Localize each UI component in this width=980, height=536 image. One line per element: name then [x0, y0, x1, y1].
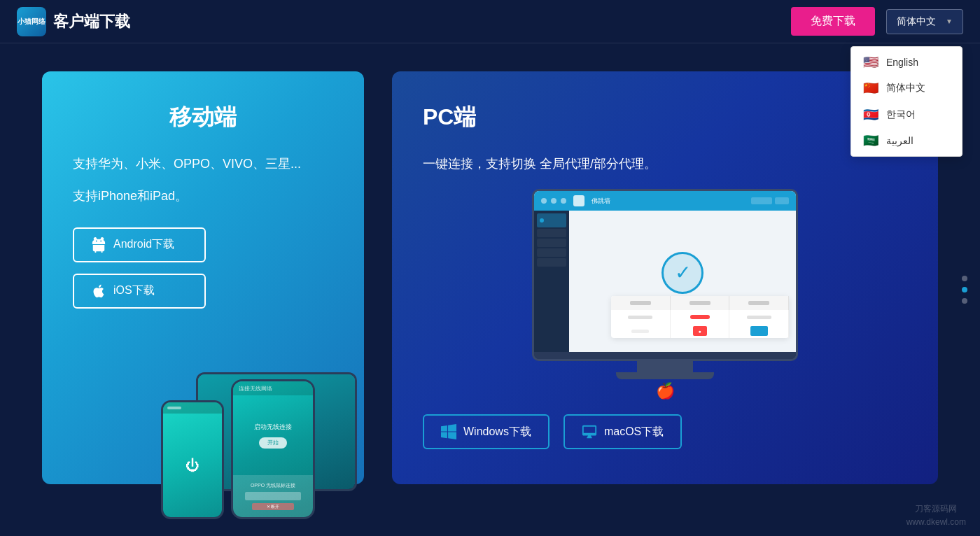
phone-large-screen: 连接无线网络 启动无线连接 开始 OPPO 无线鼠标连接 ✕ 断开: [233, 381, 313, 517]
apple-icon: [91, 283, 106, 299]
main-content: 移动端 支持华为、小米、OPPO、VIVO、三星... 支持iPhone和iPa…: [0, 43, 980, 536]
language-selector[interactable]: 简体中文 ▼ 🇺🇸 English 🇨🇳 简体中文 🇰🇵 한국어 🇸🇦: [886, 9, 963, 34]
nav-dot-1[interactable]: [962, 276, 967, 281]
watermark-line1: 刀客源码网: [906, 502, 966, 516]
flag-en: 🇺🇸: [862, 57, 879, 68]
macos-download-button[interactable]: macOS下载: [564, 414, 682, 449]
lang-option-ko[interactable]: 🇰🇵 한국어: [851, 101, 962, 128]
android-btn-label: Android下载: [113, 237, 174, 252]
pc-section-title: PC端: [423, 102, 907, 133]
flag-ar: 🇸🇦: [862, 135, 879, 146]
screen-sidebar: [534, 211, 569, 352]
mobile-desc-2: 支持iPhone和iPad。: [73, 185, 333, 207]
pc-download-buttons: Windows下载 macOS下载: [423, 414, 907, 449]
nav-dot-3[interactable]: [962, 298, 967, 304]
lang-option-zh[interactable]: 🇨🇳 简体中文: [851, 75, 962, 101]
lang-option-en[interactable]: 🇺🇸 English: [851, 50, 962, 75]
screen-data-table: ●: [611, 296, 789, 338]
screen-dot-3: [561, 198, 566, 204]
lang-label-zh: 简体中文: [886, 82, 925, 94]
phone-small-screen: ⏻: [163, 402, 222, 517]
android-download-button[interactable]: Android下载: [73, 227, 206, 262]
logo-area: 小猫 网络 客户端下载: [17, 7, 130, 36]
android-icon: [91, 237, 106, 253]
windows-download-button[interactable]: Windows下载: [423, 414, 550, 449]
screen-main-area: ✓ 已连接成功: [569, 211, 796, 352]
monitor-stand: [637, 361, 693, 372]
screen-dot-2: [551, 198, 556, 204]
connection-status-icon: ✓: [662, 252, 704, 294]
logo-icon: 小猫 网络: [17, 7, 46, 36]
watermark-line2: www.dkewl.com: [906, 516, 966, 529]
flag-ko: 🇰🇵: [862, 109, 879, 120]
lang-label-ar: العربية: [886, 135, 913, 146]
mobile-section: 移动端 支持华为、小米、OPPO、VIVO、三星... 支持iPhone和iPa…: [42, 71, 364, 484]
phone-large-mockup: 连接无线网络 启动无线连接 开始 OPPO 无线鼠标连接 ✕ 断开: [231, 379, 315, 519]
header: 小猫 网络 客户端下载 免费下载 简体中文 ▼ 🇺🇸 English 🇨🇳 简体…: [0, 0, 980, 43]
screen-logo-small: [573, 195, 584, 206]
windows-icon: [441, 424, 456, 439]
language-dropdown: 🇺🇸 English 🇨🇳 简体中文 🇰🇵 한국어 🇸🇦 العربية: [850, 46, 962, 157]
phone-small-mockup: ⏻: [161, 400, 224, 519]
macos-btn-label: macOS下载: [604, 425, 664, 439]
apple-logo-icon: 🍎: [656, 382, 675, 400]
side-navigation-dots: [962, 276, 967, 304]
monitor-screen: 佛跳墙: [534, 191, 796, 352]
lang-label-en: English: [886, 57, 918, 68]
monitor-base: [616, 372, 714, 379]
mobile-devices-illustration: 无线鼠标 ⏻ ⏻ 连接无线网络: [140, 295, 378, 519]
header-right: 免费下载 简体中文 ▼ 🇺🇸 English 🇨🇳 简体中文 🇰🇵 한국어: [791, 7, 963, 36]
monitor-outer: 佛跳墙: [532, 189, 798, 361]
nav-dot-2[interactable]: [962, 287, 967, 292]
flag-zh: 🇨🇳: [862, 83, 879, 94]
watermark: 刀客源码网 www.dkewl.com: [906, 502, 966, 529]
chevron-down-icon: ▼: [946, 17, 953, 25]
monitor-illustration: 佛跳墙: [423, 189, 907, 400]
mobile-section-title: 移动端: [73, 102, 333, 133]
lang-option-ar[interactable]: 🇸🇦 العربية: [851, 128, 962, 153]
lang-label-ko: 한국어: [886, 108, 916, 121]
screen-dot-1: [541, 198, 547, 204]
pc-section-desc: 一键连接，支持切换 全局代理/部分代理。: [423, 153, 907, 175]
page-title: 客户端下载: [53, 11, 130, 32]
free-download-button[interactable]: 免费下载: [791, 7, 875, 36]
mobile-desc-1: 支持华为、小米、OPPO、VIVO、三星...: [73, 153, 333, 175]
monitor-icon: [582, 424, 597, 439]
screen-header: 佛跳墙: [534, 191, 796, 211]
lang-selector-label: 简体中文: [897, 15, 936, 28]
windows-btn-label: Windows下载: [463, 425, 531, 439]
